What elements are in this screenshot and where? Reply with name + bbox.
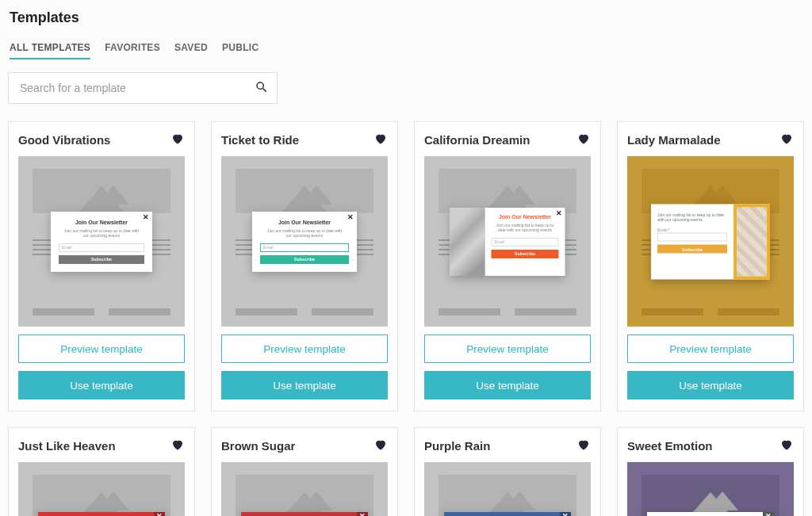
popup-headline: Join Our Newsletter xyxy=(59,220,144,225)
tab-favorites[interactable]: FAVORITES xyxy=(105,42,160,59)
filter-tabs: ALL TEMPLATES FAVORITES SAVED PUBLIC xyxy=(10,42,804,59)
popup-subscribe-button: Subscribe xyxy=(657,245,727,254)
template-card: Sweet Emotion ✕ Join Our Newsletter xyxy=(617,427,804,516)
popup-subscribe-button: Subscribe xyxy=(492,250,559,258)
search-input[interactable] xyxy=(20,82,255,94)
preview-template-button[interactable]: Preview template xyxy=(627,334,794,363)
tab-saved[interactable]: SAVED xyxy=(174,42,208,59)
close-icon: ✕ xyxy=(347,213,354,221)
use-template-button[interactable]: Use template xyxy=(627,371,794,399)
close-icon: ✕ xyxy=(143,213,149,221)
popup-preview: ✕ Join Our Newsletter Join our mailing l… xyxy=(450,208,565,276)
popup-email-label: Email * xyxy=(657,227,727,232)
popup-headline: Join Our Newsletter xyxy=(260,220,349,225)
popup-subscribe-button: Subscribe xyxy=(260,255,349,264)
popup-preview: ✕ Join Our Newsletter xyxy=(38,512,165,516)
preview-template-button[interactable]: Preview template xyxy=(221,334,388,363)
template-thumbnail[interactable]: ✕ Join Our Newsletter Join our mailing l… xyxy=(221,156,388,327)
template-card: Good Vibrations ✕ Join Our Newsletter Jo… xyxy=(8,121,195,411)
close-icon: ✕ xyxy=(154,512,165,516)
popup-email-input: Email xyxy=(492,238,559,247)
preview-template-button[interactable]: Preview template xyxy=(424,334,591,363)
favorite-icon[interactable] xyxy=(170,132,185,148)
favorite-icon[interactable] xyxy=(170,438,185,454)
popup-subline: Join our mailing list to keep up to date… xyxy=(63,228,140,239)
preview-template-button[interactable]: Preview template xyxy=(18,334,185,363)
popup-preview: ✕ xyxy=(444,512,571,516)
close-icon: ✕ xyxy=(556,209,562,217)
template-title: Just Like Heaven xyxy=(18,439,116,453)
templates-grid: Good Vibrations ✕ Join Our Newsletter Jo… xyxy=(8,121,804,516)
close-icon: ✕ xyxy=(760,205,767,213)
template-thumbnail[interactable]: Join our mailing list to keep up to date… xyxy=(627,156,794,327)
popup-email-input: Email xyxy=(59,243,144,252)
popup-preview: ✕ Join Our Newsletter xyxy=(241,512,368,516)
tab-public[interactable]: PUBLIC xyxy=(222,42,259,59)
template-title: Brown Sugar xyxy=(221,439,295,453)
favorite-icon[interactable] xyxy=(576,438,591,454)
popup-preview: ✕ Join Our Newsletter Join our mailing l… xyxy=(51,212,152,272)
template-card: Just Like Heaven ✕ Join Our Newsletter xyxy=(8,427,195,516)
favorite-icon[interactable] xyxy=(779,438,794,454)
search-icon[interactable] xyxy=(255,80,269,97)
template-card: California Dreamin ✕ Join Our Newsletter… xyxy=(414,121,601,411)
favorite-icon[interactable] xyxy=(779,132,794,148)
template-title: Ticket to Ride xyxy=(221,133,299,147)
popup-subscribe-button: Subscribe xyxy=(59,255,144,264)
template-title: Lady Marmalade xyxy=(627,133,721,147)
template-thumbnail[interactable]: ✕ Join Our Newsletter xyxy=(627,462,794,516)
search-bar[interactable] xyxy=(8,72,278,104)
template-card: Lady Marmalade Join our mailing list to … xyxy=(617,121,804,411)
template-card: Brown Sugar ✕ Join Our Newsletter xyxy=(211,427,398,516)
use-template-button[interactable]: Use template xyxy=(18,371,185,399)
template-title: Good Vibrations xyxy=(18,133,110,147)
popup-image xyxy=(450,208,485,276)
popup-email-input: Email xyxy=(260,243,349,252)
popup-subline: Join our mailing list to keep up to date… xyxy=(265,228,344,239)
template-thumbnail[interactable]: ✕ xyxy=(424,462,591,516)
template-card: Purple Rain ✕ xyxy=(414,427,601,516)
favorite-icon[interactable] xyxy=(576,132,591,148)
popup-subline: Join our mailing list to keep up to date… xyxy=(496,223,554,233)
page-title: Templates xyxy=(10,10,804,26)
close-icon: ✕ xyxy=(763,512,774,516)
template-title: California Dreamin xyxy=(424,133,530,147)
favorite-icon[interactable] xyxy=(373,132,388,148)
template-thumbnail[interactable]: ✕ Join Our Newsletter xyxy=(18,462,185,516)
popup-headline: Join Our Newsletter xyxy=(492,214,559,220)
use-template-button[interactable]: Use template xyxy=(221,371,388,399)
template-title: Purple Rain xyxy=(424,439,490,453)
popup-email-input xyxy=(657,233,727,242)
close-icon: ✕ xyxy=(560,512,571,516)
popup-preview: Join our mailing list to keep up to date… xyxy=(651,204,770,279)
popup-image: ✕ xyxy=(733,204,770,279)
popup-preview: ✕ Join Our Newsletter Join our mailing l… xyxy=(252,212,357,272)
template-thumbnail[interactable]: ✕ Join Our Newsletter Join our mailing l… xyxy=(18,156,185,327)
use-template-button[interactable]: Use template xyxy=(424,371,591,399)
template-thumbnail[interactable]: ✕ Join Our Newsletter xyxy=(221,462,388,516)
close-icon: ✕ xyxy=(357,512,368,516)
template-title: Sweet Emotion xyxy=(627,439,713,453)
popup-subline: Join our mailing list to keep up to date… xyxy=(657,212,727,223)
tab-all-templates[interactable]: ALL TEMPLATES xyxy=(10,42,90,59)
popup-preview: ✕ Join Our Newsletter xyxy=(647,512,774,516)
template-thumbnail[interactable]: ✕ Join Our Newsletter Join our mailing l… xyxy=(424,156,591,327)
favorite-icon[interactable] xyxy=(373,438,388,454)
template-card: Ticket to Ride ✕ Join Our Newsletter Joi… xyxy=(211,121,398,411)
